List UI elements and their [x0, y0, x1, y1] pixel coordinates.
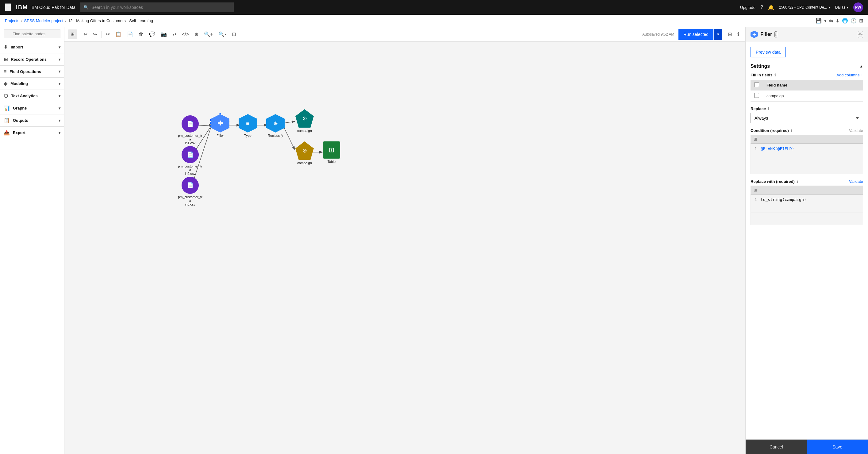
condition-editor[interactable]: 1 @BLANK(@FIELD) [750, 144, 863, 162]
sidebar-search-area: 🔍 [0, 27, 64, 41]
sidebar-item-text-analytics[interactable]: ⬡Text Analytics▾ [0, 90, 64, 102]
preview-data-btn[interactable]: Preview data [750, 47, 786, 57]
add-columns-btn[interactable]: Add columns + [836, 73, 863, 77]
breadcrumb-projects[interactable]: Projects [5, 19, 19, 23]
sidebar-section-import: ⬇Import▾ [0, 41, 64, 53]
node-campaign1[interactable]: ⊛ campaign [296, 109, 314, 132]
save-icon[interactable]: 💾 [815, 18, 822, 24]
outputs-icon: 📋 [4, 118, 10, 123]
node-pm-train3[interactable]: 📄 pm_customer_train3.csv [178, 177, 203, 206]
breadcrumb-project[interactable]: SPSS Modeler project [24, 19, 63, 23]
add-icon: + [861, 73, 863, 77]
validate-condition-btn[interactable]: Validate [849, 128, 863, 133]
canvas-toolbar: ⊞ ↩ ↪ ✂ 📋 📄 🗑 💬 📷 ⇄ </> ⊕ 🔍+ 🔍- ⊡ Autosa… [64, 27, 745, 42]
save-btn[interactable]: Save [807, 440, 868, 454]
condition-table-icon[interactable]: ⊞ [753, 136, 758, 142]
sidebar-item-record-operations[interactable]: ⊞Record Operations▾ [0, 53, 64, 65]
canvas-area[interactable]: 📄 pm_customer_train1.csv 📄 pm_customer_t… [64, 42, 745, 454]
run-dropdown-btn[interactable]: ▾ [714, 29, 722, 40]
nav-right: Upgrade ? 🔔 2560722 - CPD Content De... … [740, 2, 863, 12]
node-table[interactable]: ⊞ Table [323, 142, 340, 163]
account-switcher[interactable]: 2560722 - CPD Content De... ▾ [779, 5, 830, 9]
zoom-out-btn[interactable]: 🔍- [216, 29, 228, 39]
node-filler-label: Filler [217, 134, 224, 138]
sidebar-item-field-operations[interactable]: ≡Field Operations▾ [0, 66, 64, 77]
replace-with-editor[interactable]: 1 to_string(campaign) [750, 194, 863, 213]
run-selected-btn[interactable]: Run selected [678, 29, 713, 40]
sidebar-item-modeling[interactable]: ◈Modeling▾ [0, 78, 64, 90]
sidebar-item-graphs[interactable]: 📊Graphs▾ [0, 102, 64, 114]
modeling-icon: ◈ [4, 81, 7, 87]
field-operations-chevron-icon: ▾ [59, 69, 60, 73]
node-pm-train2[interactable]: 📄 pm_customer_train2.csv [178, 146, 203, 176]
palette-toggle-btn[interactable]: ⊞ [68, 29, 77, 39]
cut-btn[interactable]: ✂ [103, 29, 112, 39]
condition-label: Condition (required) [750, 128, 789, 133]
replace-with-code-line: 1 to_string(campaign) [754, 197, 859, 202]
replace-select[interactable]: Always Blanks and nulls Blanks Nulls Sys… [750, 113, 863, 123]
sidebar-item-import[interactable]: ⬇Import▾ [0, 41, 64, 53]
node-pm-train1[interactable]: 📄 pm_customer_train1.csv [178, 115, 203, 145]
upgrade-button[interactable]: Upgrade [740, 5, 755, 10]
breadcrumb: Projects / SPSS Modeler project / 12 - M… [0, 15, 868, 27]
delete-btn[interactable]: 🗑 [136, 30, 146, 39]
replace-with-line-number: 1 [754, 197, 757, 202]
hamburger-menu[interactable]: ☰ [5, 3, 11, 11]
download-icon[interactable]: ⬇ [836, 18, 839, 24]
palette-search-input[interactable] [4, 29, 60, 38]
paste-btn[interactable]: 📄 [125, 29, 135, 39]
replace-info-icon[interactable]: ℹ [768, 107, 769, 111]
node-reclassify[interactable]: ⊕ Reclassify [266, 114, 285, 138]
condition-line-number: 1 [754, 146, 757, 151]
field-name-header: Field name [763, 80, 863, 90]
redo-btn[interactable]: ↪ [91, 29, 99, 39]
node-filler[interactable]: ✚ Filler [211, 114, 229, 138]
region-switcher[interactable]: Dallas ▾ [835, 5, 848, 9]
select-all-checkbox[interactable] [754, 82, 759, 87]
cancel-btn[interactable]: Cancel [746, 440, 807, 454]
compare-icon[interactable]: ⇆ [829, 18, 833, 24]
settings-collapse-icon[interactable]: ▲ [860, 64, 863, 68]
node-type[interactable]: ≡ Type [239, 114, 257, 138]
replace-label-row: Replace ℹ [750, 107, 863, 111]
zoom-in-btn[interactable]: 🔍+ [202, 29, 215, 39]
avatar[interactable]: PW [853, 2, 863, 12]
replace-with-table-icon[interactable]: ⊞ [753, 187, 758, 193]
replace-with-section: Replace with (required) ℹ Validate ⊞ 1 t… [750, 179, 863, 225]
code-btn[interactable]: </> [179, 30, 191, 39]
copy-btn[interactable]: 📋 [113, 29, 124, 39]
fill-fields-subsection: Fill in fields ℹ Add columns + [750, 73, 863, 77]
notifications-icon[interactable]: 🔔 [768, 5, 774, 10]
sidebar-item-outputs[interactable]: 📋Outputs▾ [0, 114, 64, 126]
grid-icon[interactable]: ⊞ [859, 18, 863, 24]
comment-btn[interactable]: 💬 [147, 29, 158, 39]
condition-info-icon[interactable]: ℹ [791, 128, 792, 133]
node-campaign2[interactable]: ⊛ campaign [296, 142, 314, 165]
field-checkbox[interactable] [754, 93, 759, 98]
search-input[interactable] [80, 2, 234, 12]
node-btn[interactable]: ⊕ [192, 29, 201, 39]
info-panel-btn[interactable]: ℹ [735, 29, 742, 39]
sidebar-item-export[interactable]: 📤Export▾ [0, 127, 64, 139]
panel-info-icon[interactable]: ℹ [774, 31, 777, 37]
modeling-label: Modeling [10, 81, 28, 86]
outputs-label: Outputs [13, 118, 28, 123]
info-fill-icon[interactable]: ℹ [774, 73, 776, 77]
undo-btn[interactable]: ↩ [81, 29, 90, 39]
globe-icon[interactable]: 🌐 [842, 18, 848, 24]
connection-btn[interactable]: ⇄ [170, 29, 179, 39]
help-icon[interactable]: ? [761, 5, 763, 10]
grid-view-btn[interactable]: ⊞ [725, 29, 734, 39]
history-icon[interactable]: 🕐 [850, 18, 857, 24]
sidebar-section-text-analytics: ⬡Text Analytics▾ [0, 90, 64, 102]
validate-replace-btn[interactable]: Validate [849, 179, 863, 184]
field-name-cell: campaign [763, 90, 863, 101]
replace-with-info-icon[interactable]: ℹ [797, 179, 798, 184]
replace-section: Replace ℹ Always Blanks and nulls Blanks… [750, 107, 863, 123]
panel-edit-icon[interactable]: ✏ [858, 31, 863, 38]
condition-header: Condition (required) ℹ Validate [750, 128, 863, 133]
fit-btn[interactable]: ⊡ [229, 29, 238, 39]
snapshot-btn[interactable]: 📷 [158, 29, 169, 39]
import-chevron-icon: ▾ [59, 45, 60, 50]
breadcrumb-chevron-icon[interactable]: ▾ [824, 18, 827, 24]
